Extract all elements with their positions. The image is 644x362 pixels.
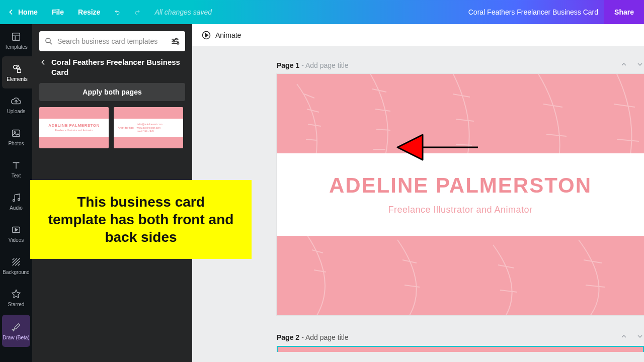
rail-templates[interactable]: Templates [0,24,32,56]
panel-back-button[interactable] [39,57,47,68]
resize-menu[interactable]: Resize [71,0,107,24]
rail-text[interactable]: Text [0,153,32,185]
page2-header[interactable]: Page 2 - Add page title [277,332,644,342]
svg-point-9 [176,38,177,40]
redo-button[interactable] [127,0,147,24]
document-title[interactable]: Coral Feathers Freelancer Business Card [468,8,604,16]
save-status: All changes saved [147,8,212,16]
sliders-icon[interactable] [170,36,180,46]
rail-starred[interactable]: Starred [0,282,32,314]
svg-point-11 [177,43,179,44]
photos-icon [11,128,22,139]
page1-collapse[interactable] [620,60,628,70]
rail-audio[interactable]: Audio [0,185,32,217]
canvas-page-2[interactable] [277,346,644,352]
template-thumb-back[interactable]: Artist for hire hello@adelinesart.com ww… [114,107,183,148]
back-home-button[interactable]: Home [0,0,45,24]
animate-icon [201,30,211,40]
star-icon [11,289,22,300]
text-icon [11,160,22,171]
elements-icon [12,63,23,74]
chevron-up-icon [620,60,628,68]
audio-icon [11,192,22,203]
rail-background[interactable]: Background [0,249,32,282]
template-thumb-front[interactable]: ADELINE PALMERSTON Freelance Illustrator… [39,107,109,148]
animate-button[interactable]: Animate [201,30,241,40]
draw-icon [11,322,22,333]
svg-point-8 [46,38,50,43]
panel-title: Coral Feathers Freelancer Business Card [51,57,185,77]
chevron-down-icon [636,332,644,340]
card-name[interactable]: ADELINE PALMERSTON [329,173,592,198]
apply-both-pages-button[interactable]: Apply both pages [39,83,185,101]
templates-panel: Coral Feathers Freelancer Business Card … [32,24,192,362]
page2-expand[interactable] [636,332,644,342]
top-bar: Home File Resize All changes saved Coral… [0,0,644,24]
search-input[interactable] [57,37,166,45]
svg-point-6 [18,198,20,200]
rail-draw[interactable]: Draw (Beta) [2,315,30,347]
svg-rect-0 [13,33,20,40]
canvas-area: Animate Page 1 - Add page title [192,24,644,362]
svg-rect-3 [13,130,20,136]
videos-icon [11,224,22,235]
templates-icon [11,31,22,42]
svg-point-10 [173,40,175,42]
canvas-toolbar: Animate [192,24,644,46]
file-menu[interactable]: File [45,0,71,24]
redo-icon [134,9,140,15]
annotation-callout: This business card template has both fro… [30,180,252,259]
rail-elements[interactable]: Elements [2,56,32,88]
rail-videos[interactable]: Videos [0,217,32,249]
search-box[interactable] [39,31,185,51]
rail-photos[interactable]: Photos [0,121,32,153]
share-button[interactable]: Share [604,0,644,24]
canvas-page-1[interactable]: ADELINE PALMERSTON Freelance Illustrator… [277,74,644,315]
chevron-down-icon [636,60,644,68]
undo-icon [114,9,120,15]
search-icon [44,37,53,46]
annotation-arrow [392,120,483,177]
page1-expand[interactable] [636,60,644,70]
chevron-left-icon [39,58,47,66]
page2-collapse[interactable] [620,332,628,342]
side-rail: Templates Elements Uploads Photos Text A… [0,24,32,362]
page1-header[interactable]: Page 1 - Add page title [277,60,644,70]
card-subtitle[interactable]: Freelance Illustrator and Animator [388,205,532,215]
chevron-left-icon [7,8,15,16]
undo-button[interactable] [107,0,127,24]
home-label: Home [18,8,38,16]
svg-rect-2 [18,69,21,72]
background-icon [11,256,22,267]
rail-uploads[interactable]: Uploads [0,88,32,121]
uploads-icon [11,96,22,107]
chevron-up-icon [620,332,628,340]
svg-point-5 [13,199,15,201]
